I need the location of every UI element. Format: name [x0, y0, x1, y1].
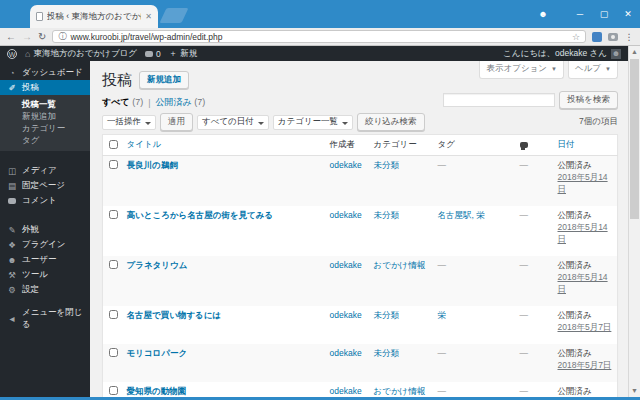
scrollbar-thumb[interactable]: [630, 59, 639, 219]
page-scrollbar[interactable]: ▲ ▼: [628, 46, 640, 397]
sidebar-item-label: 投稿: [22, 82, 39, 94]
wordpress-logo-icon[interactable]: W: [7, 49, 17, 59]
minimize-button[interactable]: ─: [568, 9, 592, 19]
tags-cell[interactable]: 名古屋駅, 栄: [438, 210, 485, 220]
row-checkbox[interactable]: [109, 210, 118, 219]
search-input[interactable]: [443, 93, 555, 107]
author-link[interactable]: odekake: [330, 260, 362, 270]
sidebar-item-appearance[interactable]: ✎ 外観: [0, 222, 90, 237]
sidebar-item-plugins[interactable]: ❖ プラグイン: [0, 237, 90, 252]
sidebar-item-label: ユーザー: [22, 254, 56, 266]
sidebar-item-pages[interactable]: ▤ 固定ページ: [0, 178, 90, 193]
page-title: 投稿: [102, 71, 132, 90]
submenu-add-new[interactable]: 新規追加: [0, 110, 90, 122]
author-link[interactable]: odekake: [330, 310, 362, 320]
row-checkbox[interactable]: [109, 348, 118, 357]
row-checkbox[interactable]: [109, 310, 118, 319]
add-new-button[interactable]: 新規追加: [139, 71, 189, 89]
view-all-link[interactable]: すべて (7): [102, 96, 143, 109]
sidebar-item-label: プラグイン: [22, 239, 66, 251]
help-button[interactable]: ヘルプ ▼: [568, 61, 618, 79]
maximize-button[interactable]: ▢: [592, 9, 616, 19]
media-icon: ◫: [7, 166, 17, 176]
post-status: 公開済み: [558, 348, 614, 360]
sidebar-item-posts[interactable]: ✐ 投稿: [0, 80, 90, 95]
browser-profile-icon[interactable]: ☻: [530, 9, 556, 19]
bookmark-star-icon[interactable]: ☆: [572, 32, 580, 42]
chevron-down-icon: ▼: [605, 66, 611, 72]
dashboard-icon: ◔: [7, 68, 17, 78]
new-tab-button[interactable]: [160, 8, 189, 23]
scroll-down-icon[interactable]: ▼: [629, 385, 640, 397]
tags-cell: —: [438, 160, 447, 170]
view-published-link[interactable]: 公開済み (7): [156, 96, 206, 109]
author-link[interactable]: odekake: [330, 348, 362, 358]
column-title[interactable]: タイトル: [127, 135, 330, 156]
post-title-link[interactable]: 高いところから名古屋の街を見てみる: [127, 210, 274, 220]
sidebar-item-label: メディア: [22, 165, 57, 177]
category-link[interactable]: 未分類: [374, 210, 400, 220]
back-icon[interactable]: ←: [6, 32, 16, 42]
sidebar-item-dashboard[interactable]: ◔ ダッシュボード: [0, 65, 90, 80]
category-link[interactable]: 未分類: [374, 310, 400, 320]
filter-button[interactable]: 絞り込み検索: [357, 113, 424, 131]
sidebar-item-settings[interactable]: ⚙ 設定: [0, 282, 90, 297]
tab-close-icon[interactable]: ✕: [145, 12, 152, 21]
apply-button[interactable]: 適用: [160, 113, 193, 131]
forward-icon[interactable]: →: [22, 32, 32, 42]
screen-options-button[interactable]: 表示オプション ▼: [479, 61, 563, 79]
post-date: 2018年5月14日: [558, 272, 608, 294]
select-all-checkbox[interactable]: [109, 140, 118, 149]
scroll-up-icon[interactable]: ▲: [629, 46, 640, 58]
address-bar[interactable]: ⓘ www.kuroobi.jp/travel/wp-admin/edit.ph…: [52, 30, 586, 43]
date-filter-select[interactable]: すべての日付: [197, 115, 269, 130]
row-checkbox[interactable]: [109, 260, 118, 269]
camera-extension-icon[interactable]: [608, 33, 618, 41]
sidebar-item-users[interactable]: ☻ ユーザー: [0, 252, 90, 267]
url-text[interactable]: www.kuroobi.jp/travel/wp-admin/edit.php: [70, 32, 568, 42]
post-title-link[interactable]: モリコロパーク: [127, 348, 188, 358]
post-title-link[interactable]: 名古屋で買い物するには: [127, 310, 222, 320]
category-filter-select[interactable]: カテゴリー一覧: [273, 115, 353, 130]
post-title-link[interactable]: プラネタリウム: [127, 260, 188, 270]
browser-menu-icon[interactable]: ⋮: [624, 32, 634, 42]
category-link[interactable]: 未分類: [374, 348, 400, 358]
posts-list-page: 表示オプション ▼ ヘルプ ▼ 投稿 新規追加 すべて (7) | 公開済み: [90, 61, 628, 397]
author-link[interactable]: odekake: [330, 210, 362, 220]
post-title-link[interactable]: 長良川の鵜飼: [127, 160, 178, 170]
author-link[interactable]: odekake: [330, 386, 362, 396]
browser-tab[interactable]: 投稿 ‹ 東海地方のおでかけ ✕: [30, 5, 158, 28]
submenu-categories[interactable]: カテゴリー: [0, 122, 90, 134]
bulk-action-select[interactable]: 一括操作: [102, 115, 156, 130]
category-link[interactable]: おでかけ情報: [374, 386, 426, 396]
post-status: 公開済み: [558, 160, 614, 172]
row-checkbox[interactable]: [109, 386, 118, 395]
site-name-menu[interactable]: ⌂ 東海地方のおでかけブログ: [25, 48, 137, 60]
sidebar-item-tools[interactable]: ⚒ ツール: [0, 267, 90, 282]
howdy-greeting[interactable]: こんにちは、odekake さん: [503, 48, 607, 60]
sidebar-collapse-menu[interactable]: ◄ メニューを閉じる: [0, 311, 90, 326]
settings-gear-icon: ⚙: [7, 285, 17, 295]
submenu-tags[interactable]: タグ: [0, 134, 90, 146]
comments-cell: —: [520, 306, 558, 344]
category-link[interactable]: 未分類: [374, 160, 400, 170]
comments-menu[interactable]: 0: [145, 49, 161, 59]
sidebar-item-media[interactable]: ◫ メディア: [0, 163, 90, 178]
close-button[interactable]: ✕: [616, 9, 640, 19]
search-posts-button[interactable]: 投稿を検索: [559, 91, 618, 109]
author-link[interactable]: odekake: [330, 160, 362, 170]
column-date[interactable]: 日付: [558, 135, 618, 156]
posts-pin-icon: ✐: [7, 83, 17, 93]
column-author: 作成者: [330, 135, 374, 156]
submenu-all-posts[interactable]: 投稿一覧: [0, 98, 90, 110]
site-info-icon[interactable]: ⓘ: [58, 31, 66, 42]
new-content-menu[interactable]: ＋ 新規: [169, 48, 198, 60]
sidebar-item-comments[interactable]: コメント: [0, 193, 90, 208]
tags-cell[interactable]: 栄: [438, 310, 447, 320]
wp-admin-bar: W ⌂ 東海地方のおでかけブログ 0 ＋ 新規 こんにちは、odekake さん…: [0, 46, 628, 61]
reload-icon[interactable]: ↻: [38, 32, 46, 42]
row-checkbox[interactable]: [109, 160, 118, 169]
extension-icon-blue[interactable]: [592, 32, 602, 42]
post-title-link[interactable]: 愛知県の動物園: [127, 386, 187, 396]
category-link[interactable]: おでかけ情報: [374, 260, 426, 270]
